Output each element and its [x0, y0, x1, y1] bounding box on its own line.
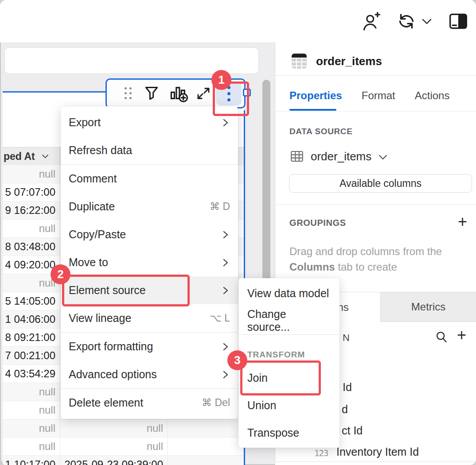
shortcut-label: ⌘ Del [202, 397, 230, 409]
column-list-item-partial[interactable]: d [342, 403, 348, 416]
source-chevron-icon[interactable] [378, 154, 388, 160]
divider [275, 205, 476, 205]
table-row[interactable]: nullnull [3, 438, 245, 456]
refresh-dropdown-chevron-icon[interactable] [421, 18, 433, 26]
table-cell: 7 00:21:00 [3, 347, 60, 364]
table-cell [168, 419, 245, 437]
menu-item-copy-paste[interactable]: Copy/Paste [61, 221, 238, 248]
divider [275, 75, 476, 76]
table-row[interactable]: nullnull [3, 419, 245, 438]
panel-toggle-icon[interactable] [449, 11, 468, 32]
table-cell: 5 07:07:00 [3, 183, 60, 201]
table-cell: 1 10:17:00 [3, 456, 60, 465]
number-type-icon: 123 [314, 448, 328, 458]
table-cell: null [3, 165, 60, 183]
transform-section-label: TRANSFORM [238, 335, 339, 364]
table-header-cell[interactable]: ped At [3, 147, 60, 165]
menu-item-advanced-options[interactable]: Advanced options [61, 360, 238, 388]
filter-icon[interactable] [143, 84, 160, 103]
menu-item-move-to[interactable]: Move to [61, 248, 238, 276]
menu-item-export[interactable]: Export [61, 108, 238, 136]
submenu-arrow-icon [221, 117, 230, 128]
sort-chevron-icon[interactable] [41, 154, 49, 159]
annotation-badge-1: 1 [211, 70, 231, 90]
annotation-badge-3: 3 [227, 350, 247, 370]
table-cell [168, 456, 245, 465]
tab-properties[interactable]: Properties [289, 89, 342, 102]
submenu-arrow-icon [221, 341, 230, 352]
column-list-item-partial[interactable]: Id [343, 381, 352, 394]
table-cell: null [60, 419, 168, 437]
expand-icon[interactable] [195, 85, 211, 101]
add-grouping-button[interactable]: + [458, 215, 467, 229]
table-cell [168, 438, 245, 455]
search-icon[interactable] [435, 330, 448, 345]
table-selection-border-top [3, 91, 106, 93]
submenu-item-change-source[interactable]: Change source... [238, 307, 339, 334]
divider [275, 461, 476, 462]
submenu-item-union[interactable]: Union [238, 391, 339, 419]
table-cell: 8 03:48:00 [3, 238, 60, 256]
app-window: ped At null5 07:07:009 16:22:00null8 03:… [0, 0, 476, 465]
submenu-arrow-icon [221, 369, 230, 380]
tab-format[interactable]: Format [362, 89, 395, 102]
column-list-item-partial[interactable]: ct Id [342, 424, 363, 437]
table-cell: 4 03:54:29 [3, 365, 60, 383]
source-table-icon [289, 149, 304, 164]
table-type-icon [292, 54, 307, 69]
submenu-item-view-data-model[interactable]: View data model [238, 279, 339, 307]
table-cell: null [3, 419, 60, 437]
add-chart-icon[interactable] [169, 84, 189, 103]
refresh-icon[interactable] [396, 11, 417, 32]
element-context-menu: Export Refresh data Comment Duplicate ⌘ … [61, 106, 238, 419]
divider [275, 111, 476, 112]
menu-item-export-formatting[interactable]: Export formatting [61, 333, 238, 360]
table-cell: 2025-09-23 09:39:00 [60, 456, 168, 465]
data-source-section-label: DATA SOURCE [289, 127, 352, 136]
menu-item-comment[interactable]: Comment [61, 165, 238, 193]
tab-metrics[interactable]: Metrics [380, 292, 476, 322]
table-cell: null [3, 401, 60, 419]
menu-item-refresh-data[interactable]: Refresh data [61, 136, 238, 164]
groupings-section-label: GROUPINGS [289, 218, 346, 228]
table-cell: 5 14:05:00 [3, 292, 60, 310]
submenu-item-transpose[interactable]: Transpose [238, 419, 339, 446]
drag-handle-icon[interactable] [125, 87, 133, 100]
data-source-name[interactable]: order_items [311, 150, 371, 163]
add-column-button[interactable]: + [457, 329, 466, 342]
table-cell: null [3, 220, 60, 237]
submenu-arrow-icon [221, 229, 230, 240]
available-columns-button[interactable]: Available columns [289, 174, 472, 193]
shortcut-label: ⌘ D [210, 201, 230, 213]
table-row[interactable]: 1 10:17:002025-09-23 09:39:00 [3, 456, 245, 465]
table-cell: null [3, 383, 60, 401]
tab-actions[interactable]: Actions [415, 89, 450, 102]
annotation-box-step3 [240, 360, 321, 395]
top-bar [0, 0, 476, 43]
panel-tabs: Properties Format Actions [289, 89, 449, 102]
columns-section-label-partial: N [343, 332, 350, 344]
element-title: order_items [316, 54, 382, 68]
submenu-arrow-icon [221, 257, 230, 268]
submenu-arrow-icon [221, 285, 230, 296]
menu-item-view-lineage[interactable]: View lineage ⌥ L [61, 304, 238, 332]
table-cell: 1 04:06:00 [3, 310, 60, 328]
active-tab-underline [289, 109, 336, 111]
annotation-box-step2 [62, 275, 190, 306]
menu-item-duplicate[interactable]: Duplicate ⌘ D [61, 193, 238, 221]
table-cell: 9 16:22:00 [3, 202, 60, 219]
shortcut-label: ⌥ L [210, 312, 230, 324]
table-cell: 8 09:21:00 [3, 329, 60, 346]
table-cell: null [3, 438, 60, 455]
column-list-item[interactable]: Inventory Item Id [336, 446, 419, 458]
table-cell: null [60, 438, 168, 455]
menu-item-delete-element[interactable]: Delete element ⌘ Del [61, 389, 238, 417]
annotation-badge-2: 2 [51, 264, 70, 284]
add-user-icon[interactable] [362, 10, 381, 33]
column-header-label: ped At [4, 151, 35, 163]
